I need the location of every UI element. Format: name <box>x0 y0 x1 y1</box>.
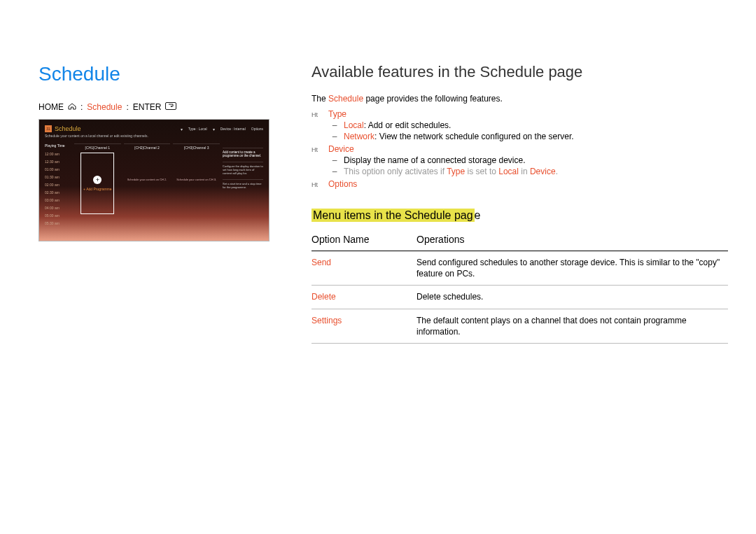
device-note-device: Device <box>530 167 556 176</box>
dash-icon: – <box>331 120 338 130</box>
type-network-line: Network: View the network schedule confi… <box>344 132 574 141</box>
calendar-icon <box>45 125 52 132</box>
section-heading-menu-items: Menu items in the Schedule page <box>312 209 481 223</box>
ui-time-header: Playing Time <box>45 143 71 148</box>
ui-time: 03:00 am <box>45 197 71 204</box>
ui-side-2: Configure the display duration to set ho… <box>223 164 263 175</box>
plus-icon: + <box>93 176 102 184</box>
section-heading-features: Available features in the Schedule page <box>312 63 728 81</box>
ui-ch3-text: Schedule your content on CH 3. <box>173 178 220 181</box>
device-line-1: Display the name of a connected storage … <box>344 155 526 165</box>
home-icon <box>68 102 76 112</box>
ui-subtitle: Schedule your content on a local channel… <box>45 134 263 138</box>
intro-schedule: Schedule <box>328 94 363 104</box>
bullet-icon: Ht <box>312 146 323 153</box>
option-name: Delete <box>312 286 416 309</box>
dash-icon: – <box>331 155 338 165</box>
dash-icon: – <box>331 132 338 141</box>
ui-side-3: Set a start time and a stop time for the… <box>223 182 261 189</box>
feature-type: Type <box>328 109 346 119</box>
ui-title: Schedule <box>55 125 81 132</box>
feature-device: Device <box>328 144 354 154</box>
ui-time: 05:30 am <box>45 220 71 227</box>
heading-tail: e <box>475 209 481 221</box>
table-header-operations: Operations <box>416 230 728 251</box>
page-title: Schedule <box>38 63 270 85</box>
option-name: Send <box>312 251 416 286</box>
option-desc: Delete schedules. <box>416 286 728 309</box>
breadcrumb-schedule: Schedule <box>87 102 122 112</box>
table-row: Settings The default content plays on a … <box>312 309 728 343</box>
breadcrumb: HOME : Schedule : ENTER <box>38 102 270 112</box>
intro-a: The <box>312 94 328 104</box>
table-header-option-name: Option Name <box>312 230 416 251</box>
device-note: This option only activates if Type is se… <box>344 167 558 176</box>
ui-ch3-name: [CH3]Channel 3 <box>173 146 220 150</box>
ui-time-column: Playing Time 12:00 am 12:30 am 01:00 am … <box>45 143 71 227</box>
type-network-desc: : View the network schedule configured o… <box>374 132 574 141</box>
ui-time: 01:00 am <box>45 166 71 174</box>
option-desc: Send configured schedules to another sto… <box>416 251 728 286</box>
ui-ch2-text: Schedule your content on CH 2. <box>124 178 171 181</box>
options-table: Option Name Operations Send Send configu… <box>312 230 728 344</box>
type-local-desc: : Add or edit schedules. <box>364 120 451 130</box>
device-note-c: is set to <box>465 167 498 176</box>
option-name: Settings <box>312 309 416 343</box>
ui-ch1-name: [CH1]Channel 1 <box>74 146 121 150</box>
left-column: Schedule HOME : Schedule : ENTER Schedul… <box>38 63 270 506</box>
ui-time: 01:30 am <box>45 174 71 181</box>
schedule-ui-preview: Schedule ▾ Type : Local ▾ Device : Inter… <box>38 119 270 241</box>
ui-time: 12:00 am <box>45 150 71 158</box>
dash-icon: – <box>331 167 338 176</box>
device-note-a: This option only activates if <box>344 167 447 176</box>
ui-type-label: Type : Local <box>188 127 207 131</box>
ui-add-programme-box: + + Add Programme <box>80 153 114 214</box>
feature-list: Ht Type – Local: Add or edit schedules. … <box>312 109 728 189</box>
type-local-key: Local <box>344 120 364 130</box>
table-row: Send Send configured schedules to anothe… <box>312 251 728 286</box>
intro-line: The Schedule page provides the following… <box>312 94 728 104</box>
enter-icon <box>165 102 176 112</box>
breadcrumb-sep: : <box>126 102 128 112</box>
device-note-type: Type <box>447 167 465 176</box>
ui-add-programme-label: + Add Programme <box>83 187 111 191</box>
breadcrumb-sep: : <box>80 102 83 112</box>
breadcrumb-enter: ENTER <box>133 102 162 112</box>
ui-time: 12:30 am <box>45 158 71 166</box>
chevron-down-icon: ▾ <box>181 127 183 132</box>
ui-side-1: Add content to create a programme on the… <box>223 150 261 157</box>
ui-header: Schedule ▾ Type : Local ▾ Device : Inter… <box>45 125 263 132</box>
intro-c: page provides the following features. <box>363 94 503 104</box>
ui-time: 02:00 am <box>45 181 71 189</box>
bullet-icon: Ht <box>312 111 323 118</box>
ui-time: 05:00 am <box>45 212 71 220</box>
ui-channel-2: [CH2]Channel 2 Schedule your content on … <box>124 143 171 227</box>
device-note-local: Local <box>498 167 519 176</box>
ui-time: 04:00 am <box>45 204 71 212</box>
breadcrumb-home: HOME <box>38 102 64 112</box>
ui-options-label: Options <box>251 127 263 131</box>
ui-side-hints: Add content to create a programme on the… <box>223 143 263 227</box>
ui-device-label: Device : Internal <box>220 127 246 131</box>
ui-channel-1: [CH1]Channel 1 + + Add Programme <box>74 143 121 227</box>
bullet-icon: Ht <box>312 181 323 188</box>
device-note-g: . <box>556 167 558 176</box>
option-desc: The default content plays on a channel t… <box>416 309 728 343</box>
table-row: Delete Delete schedules. <box>312 286 728 309</box>
right-column: Available features in the Schedule page … <box>312 63 728 506</box>
ui-channel-3: [CH3]Channel 3 Schedule your content on … <box>173 143 220 227</box>
heading-highlight: Menu items in the Schedule pag <box>312 209 475 222</box>
feature-options: Options <box>328 179 357 189</box>
chevron-down-icon: ▾ <box>213 127 215 132</box>
type-network-key: Network <box>344 132 374 141</box>
type-local-line: Local: Add or edit schedules. <box>344 120 451 130</box>
device-note-e: in <box>519 167 530 176</box>
ui-time: 02:30 am <box>45 189 71 197</box>
ui-ch2-name: [CH2]Channel 2 <box>124 146 171 150</box>
